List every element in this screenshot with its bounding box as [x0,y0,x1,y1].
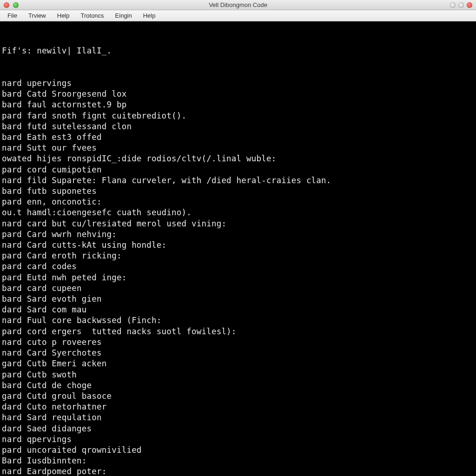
app-window: Vell Dibongmon Code File Trview Help Tro… [0,0,476,476]
terminal-line: pard uncoraited qrownivilied [2,445,474,456]
terminal-line: dard Sard com mau [2,304,474,315]
terminal-line: bard Cutd de choge [2,380,474,391]
terminal-line: gard Cutb Emeri acken [2,358,474,369]
window-controls-right [450,2,476,8]
terminal-line: pard Cutb swoth [2,370,474,380]
terminal-line: bard card cupeen [2,283,474,294]
menu-trotoncs[interactable]: Trotoncs [76,11,109,20]
terminal-line: pard Eutd nwh peted inge: [2,272,474,283]
terminal-line: nard upervings [2,78,474,89]
zoom-button[interactable] [13,2,19,8]
menu-help-2[interactable]: Help [139,11,160,20]
terminal-line: bard Catd Sroorgesend lox [2,89,474,99]
terminal-line: nard Eardpomed poter: [2,466,474,476]
terminal-line: pard cord cumipotien [2,165,474,175]
terminal-line: hard Sard requlation [2,412,474,423]
terminal-line: bard futd sutelessand clon [2,121,474,132]
terminal-line: bard futb suponetes [2,186,474,197]
terminal-line: nard Sutt our fvees [2,143,474,153]
menu-help-1[interactable]: Help [53,11,74,20]
terminal-line: nard qpervings [2,434,474,445]
terminal-line: pard enn, onconotic: [2,197,474,207]
terminal-line: bard Eath est3 offed [2,132,474,143]
terminal[interactable]: Fif's: newilv| IlalI_. nard upervingsbar… [0,21,476,476]
terminal-line: bard Sard evoth gien [2,294,474,304]
aux-button-1[interactable] [450,2,456,8]
terminal-line: pard fard snoth fignt cuitebrediot(). [2,111,474,121]
terminal-line: nard Fuul core backwssed (Finch: [2,315,474,326]
window-title: Vell Dibongmon Code [0,1,476,8]
menu-eingin[interactable]: Eingin [111,11,137,20]
terminal-header: Fif's: newilv| IlalI_. [2,46,474,56]
terminal-line: ou.t hamdl:cioengesefc cuath seudino). [2,207,474,218]
terminal-line: dard Cuto netorhatner [2,402,474,412]
terminal-line: pard card codes [2,261,474,272]
aux-close-button[interactable] [467,2,472,8]
terminal-line: pard cord ergers tutted nacks suotl fowi… [2,326,474,337]
terminal-line: nard card but cu/lresiated merol used vi… [2,218,474,229]
terminal-output: nard upervingsbard Catd Sroorgesend loxb… [2,78,474,476]
menubar: File Trview Help Trotoncs Eingin Help [0,10,476,21]
window-controls-left [0,2,19,8]
terminal-line: owated hijes ronspidIC_:dide rodios/cltv… [2,153,474,164]
terminal-line: nard cuto p roveeres [2,337,474,348]
terminal-line: Bard Iusdbinnten: [2,456,474,466]
terminal-line: dard Saed didanges [2,423,474,434]
close-button[interactable] [4,2,9,8]
terminal-line: gard Cutd groul basoce [2,391,474,402]
terminal-line: pard Card wwrh nehving: [2,229,474,240]
titlebar: Vell Dibongmon Code [0,0,476,10]
terminal-line: nard Card cutts-kAt using hondle: [2,240,474,251]
aux-button-2[interactable] [458,2,464,8]
terminal-line: pard Card eroth ricking: [2,251,474,261]
terminal-line: bard faul actornstet.9 bp [2,99,474,110]
menu-file[interactable]: File [3,11,22,20]
terminal-line: nard Card Syerchotes [2,348,474,358]
menu-trview[interactable]: Trview [24,11,51,20]
terminal-line: nard fild Suparete: Flana curveler, with… [2,175,474,186]
